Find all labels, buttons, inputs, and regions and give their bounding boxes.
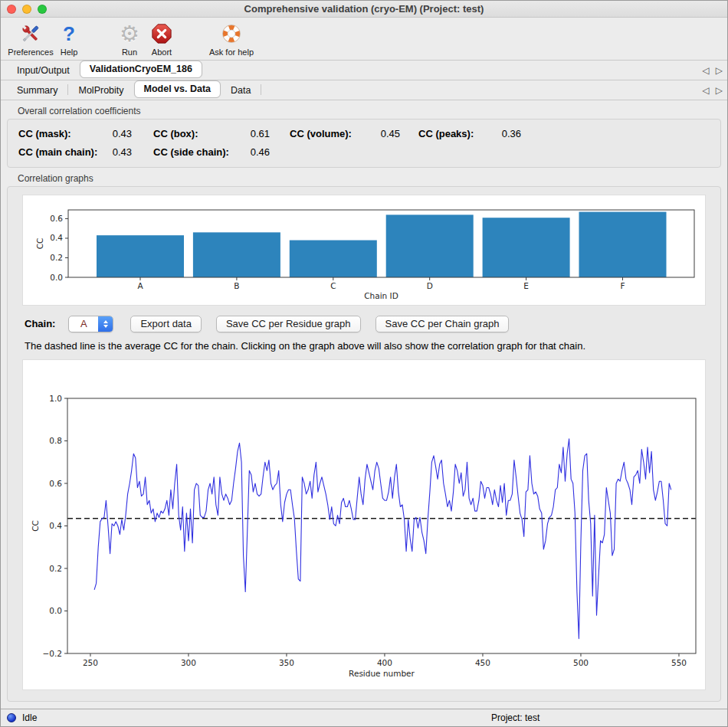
- tab-scroll-right-icon[interactable]: ▷: [716, 86, 723, 95]
- close-button[interactable]: [7, 5, 16, 14]
- cc-mask-label: CC (mask):: [18, 128, 98, 139]
- chain-select[interactable]: A: [68, 316, 113, 332]
- svg-text:C: C: [330, 281, 336, 290]
- svg-text:−0.2: −0.2: [43, 649, 63, 658]
- cc-volume-value: 0.45: [366, 128, 400, 139]
- traffic-lights: [7, 5, 47, 14]
- sub-tab-bar: Summary MolProbity Model vs. Data Data ◁…: [1, 80, 727, 100]
- overall-cc-group-label: Overall correlation coefficients: [18, 106, 721, 116]
- tab-validationcryoem-186[interactable]: ValidationCryoEM_186: [80, 61, 202, 78]
- cc-volume-label: CC (volume):: [290, 128, 366, 139]
- svg-text:400: 400: [377, 658, 392, 667]
- cc-main-chain-value: 0.43: [98, 146, 132, 158]
- status-led-icon: [7, 713, 16, 722]
- svg-text:550: 550: [671, 658, 687, 667]
- main-content: Overall correlation coefficients CC (mas…: [1, 106, 727, 702]
- abort-button[interactable]: Abort: [145, 21, 179, 57]
- preferences-button[interactable]: Preferences: [5, 21, 56, 57]
- toolbar: Preferences ? Help ⚙ Run Abort: [1, 18, 727, 61]
- project-text: Project: test: [491, 712, 539, 723]
- svg-text:CC: CC: [35, 238, 44, 250]
- tab-scroll-arrows: ◁ ▷: [703, 61, 723, 80]
- abort-stop-icon: [145, 21, 179, 47]
- status-text: Idle: [22, 712, 37, 723]
- help-question-icon: ?: [63, 22, 75, 45]
- overall-cc-panel: CC (mask): 0.43 CC (box): 0.61 CC (volum…: [7, 119, 721, 168]
- cc-peaks-value: 0.36: [490, 128, 521, 139]
- cc-per-residue-chart: −0.20.00.20.40.60.81.0250300350400450500…: [22, 359, 706, 690]
- app-window: Comprehensive validation (cryo-EM) (Proj…: [0, 0, 728, 727]
- ask-for-help-label: Ask for help: [208, 47, 255, 57]
- svg-text:E: E: [523, 281, 529, 290]
- chain-select-value: A: [69, 316, 98, 332]
- svg-text:450: 450: [475, 658, 490, 667]
- svg-text:B: B: [234, 281, 239, 290]
- save-cc-per-residue-button[interactable]: Save CC per Residue graph: [216, 316, 361, 332]
- chain-label: Chain:: [25, 318, 55, 329]
- tab-input-output[interactable]: Input/Output: [7, 62, 80, 80]
- preferences-tools-icon: [5, 21, 56, 47]
- cc-side-chain-value: 0.46: [236, 146, 270, 158]
- svg-text:0.8: 0.8: [49, 436, 62, 445]
- svg-text:Residue number: Residue number: [349, 669, 415, 678]
- svg-text:D: D: [427, 281, 433, 290]
- svg-text:0.2: 0.2: [49, 564, 62, 573]
- lifebuoy-icon: [208, 21, 255, 47]
- tab-data[interactable]: Data: [221, 82, 261, 100]
- svg-text:1.0: 1.0: [49, 394, 62, 403]
- chain-select-stepper-icon: [98, 316, 113, 332]
- tab-scroll-left-icon[interactable]: ◁: [703, 86, 710, 95]
- export-data-button[interactable]: Export data: [130, 316, 202, 332]
- svg-text:0.0: 0.0: [50, 273, 63, 282]
- window-title: Comprehensive validation (cryo-EM) (Proj…: [1, 1, 727, 17]
- status-bar: Idle Project: test: [1, 709, 727, 726]
- svg-text:0.6: 0.6: [49, 479, 62, 488]
- tab-scroll-left-icon[interactable]: ◁: [703, 66, 710, 75]
- svg-text:Chain ID: Chain ID: [364, 291, 398, 300]
- tab-molprobity[interactable]: MolProbity: [68, 82, 133, 100]
- cc-mask-value: 0.43: [98, 128, 132, 139]
- tab-scroll-arrows: ◁ ▷: [703, 80, 723, 100]
- svg-text:0.4: 0.4: [50, 233, 63, 242]
- svg-text:0.2: 0.2: [50, 253, 63, 262]
- run-gear-icon: ⚙: [120, 22, 139, 45]
- main-tab-bar: Input/Output ValidationCryoEM_186 ◁ ▷: [1, 61, 727, 80]
- cc-peaks-label: CC (peaks):: [418, 128, 490, 139]
- cc-side-chain-label: CC (side chain):: [153, 146, 236, 158]
- svg-text:250: 250: [83, 658, 98, 667]
- correlation-graphs-panel: 0.00.20.40.6ABCDEFChain IDCC Chain: A Ex…: [7, 186, 721, 702]
- cc-box-label: CC (box):: [153, 128, 236, 139]
- run-button[interactable]: ⚙ Run: [114, 21, 145, 57]
- svg-text:0.6: 0.6: [50, 214, 63, 223]
- dashed-line-note: The dashed line is the average CC for th…: [25, 340, 710, 352]
- cc-box-value: 0.61: [236, 128, 270, 139]
- zoom-button[interactable]: [38, 5, 47, 14]
- chain-controls: Chain: A Export data Save CC per Residue…: [25, 315, 710, 332]
- svg-text:A: A: [137, 281, 143, 290]
- titlebar: Comprehensive validation (cryo-EM) (Proj…: [1, 1, 727, 18]
- minimize-button[interactable]: [22, 5, 31, 14]
- svg-text:0.0: 0.0: [49, 606, 62, 615]
- tab-model-vs-data[interactable]: Model vs. Data: [134, 80, 221, 98]
- tab-separator: [261, 84, 261, 95]
- cc-main-chain-label: CC (main chain):: [18, 146, 98, 158]
- svg-text:0.4: 0.4: [49, 521, 62, 530]
- abort-label: Abort: [145, 47, 179, 57]
- svg-text:350: 350: [279, 658, 294, 667]
- tab-scroll-right-icon[interactable]: ▷: [716, 66, 723, 75]
- correlation-graphs-group-label: Correlation graphs: [18, 173, 721, 184]
- svg-text:F: F: [620, 281, 625, 290]
- cc-per-chain-chart[interactable]: 0.00.20.40.6ABCDEFChain IDCC: [22, 195, 706, 306]
- preferences-label: Preferences: [5, 47, 56, 57]
- ask-for-help-button[interactable]: Ask for help: [208, 21, 255, 57]
- svg-text:CC: CC: [31, 520, 40, 532]
- help-label: Help: [53, 47, 85, 57]
- tab-summary[interactable]: Summary: [7, 82, 67, 100]
- svg-text:300: 300: [181, 658, 196, 667]
- svg-text:500: 500: [573, 658, 589, 667]
- help-button[interactable]: ? Help: [53, 21, 85, 57]
- save-cc-per-chain-button[interactable]: Save CC per Chain graph: [375, 316, 510, 332]
- run-label: Run: [114, 47, 145, 57]
